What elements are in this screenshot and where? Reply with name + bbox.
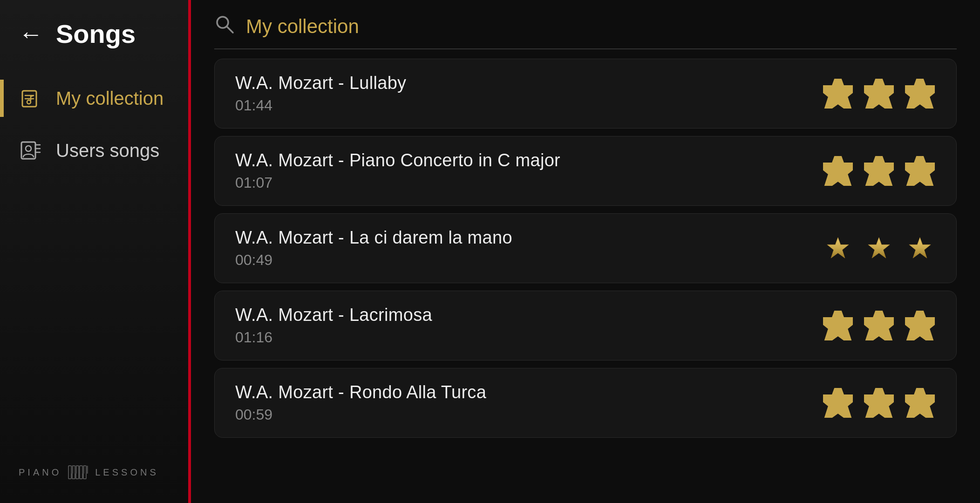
back-button[interactable]: ← [19, 22, 43, 46]
logo-text-right: LESSONS [95, 467, 158, 478]
svg-marker-24 [909, 83, 931, 103]
song-title: W.A. Mozart - La ci darem la mano [235, 228, 512, 248]
search-bar [214, 0, 957, 49]
star-3-filled-icon[interactable] [904, 232, 936, 264]
search-input[interactable] [246, 15, 957, 38]
sidebar-item-my-collection[interactable]: My collection [0, 72, 191, 124]
svg-rect-19 [86, 466, 88, 474]
users-songs-label: Users songs [56, 140, 159, 161]
song-item[interactable]: W.A. Mozart - Piano Concerto in C major0… [214, 136, 957, 206]
svg-point-3 [27, 100, 31, 104]
song-stars [822, 310, 936, 341]
svg-marker-26 [868, 160, 890, 181]
users-songs-icon [19, 138, 43, 163]
song-stars [822, 232, 936, 264]
song-info: W.A. Mozart - Piano Concerto in C major0… [235, 150, 560, 191]
svg-marker-34 [827, 392, 849, 413]
song-stars [822, 155, 936, 187]
song-item[interactable]: W.A. Mozart - Rondo Alla Turca00:59 [214, 368, 957, 438]
song-list: W.A. Mozart - Lullaby01:44W.A. Mozart - … [214, 59, 957, 503]
song-info: W.A. Mozart - Lacrimosa01:16 [235, 305, 432, 346]
star-1-empty-icon[interactable] [822, 78, 854, 109]
sidebar-item-users-songs[interactable]: Users songs [0, 124, 191, 177]
svg-marker-31 [827, 315, 849, 335]
song-title: W.A. Mozart - Piano Concerto in C major [235, 150, 560, 170]
star-2-empty-icon[interactable] [863, 78, 895, 109]
svg-marker-33 [909, 315, 931, 335]
search-icon [214, 14, 235, 39]
sidebar: ← Songs My collection [0, 0, 191, 503]
sidebar-header: ← Songs [0, 0, 191, 63]
sidebar-footer: PIANO LESSONS [0, 451, 191, 494]
song-duration: 01:16 [235, 329, 432, 346]
svg-marker-28 [827, 238, 849, 258]
star-3-empty-icon[interactable] [904, 155, 936, 187]
svg-marker-27 [909, 160, 931, 181]
svg-marker-25 [827, 160, 849, 181]
song-title: W.A. Mozart - Lullaby [235, 73, 406, 93]
song-title: W.A. Mozart - Lacrimosa [235, 305, 432, 325]
song-stars [822, 78, 936, 109]
song-info: W.A. Mozart - La ci darem la mano00:49 [235, 228, 512, 269]
star-2-empty-icon[interactable] [863, 155, 895, 187]
svg-rect-18 [82, 466, 84, 474]
star-3-empty-icon[interactable] [904, 78, 936, 109]
star-2-empty-icon[interactable] [863, 310, 895, 341]
song-title: W.A. Mozart - Rondo Alla Turca [235, 382, 486, 402]
star-2-filled-icon[interactable] [863, 232, 895, 264]
svg-marker-35 [868, 392, 890, 413]
svg-rect-17 [75, 466, 77, 474]
song-stars [822, 387, 936, 419]
star-1-empty-icon[interactable] [822, 155, 854, 187]
my-collection-label: My collection [56, 88, 163, 109]
piano-keys-icon [68, 465, 88, 480]
star-1-filled-icon[interactable] [822, 232, 854, 264]
song-info: W.A. Mozart - Rondo Alla Turca00:59 [235, 382, 486, 423]
star-3-empty-icon[interactable] [904, 387, 936, 419]
song-item[interactable]: W.A. Mozart - La ci darem la mano00:49 [214, 213, 957, 283]
svg-marker-22 [827, 83, 849, 103]
song-duration: 00:59 [235, 406, 486, 423]
svg-marker-23 [868, 83, 890, 103]
star-2-empty-icon[interactable] [863, 387, 895, 419]
svg-point-7 [26, 146, 31, 151]
song-info: W.A. Mozart - Lullaby01:44 [235, 73, 406, 114]
music-collection-icon [19, 86, 43, 110]
star-1-empty-icon[interactable] [822, 387, 854, 419]
main-content: W.A. Mozart - Lullaby01:44W.A. Mozart - … [191, 0, 980, 503]
star-3-empty-icon[interactable] [904, 310, 936, 341]
sidebar-nav: My collection Users songs [0, 63, 191, 451]
song-duration: 01:07 [235, 174, 560, 191]
logo-text-left: PIANO [19, 467, 61, 478]
song-item[interactable]: W.A. Mozart - Lullaby01:44 [214, 59, 957, 129]
svg-marker-29 [868, 238, 890, 258]
svg-rect-16 [71, 466, 73, 474]
svg-marker-36 [909, 392, 931, 413]
song-duration: 01:44 [235, 97, 406, 114]
svg-line-21 [227, 27, 233, 33]
svg-marker-32 [868, 315, 890, 335]
star-1-empty-icon[interactable] [822, 310, 854, 341]
song-item[interactable]: W.A. Mozart - Lacrimosa01:16 [214, 291, 957, 360]
svg-marker-30 [909, 238, 931, 258]
logo: PIANO LESSONS [19, 465, 159, 480]
sidebar-title: Songs [56, 19, 136, 49]
song-duration: 00:49 [235, 252, 512, 269]
